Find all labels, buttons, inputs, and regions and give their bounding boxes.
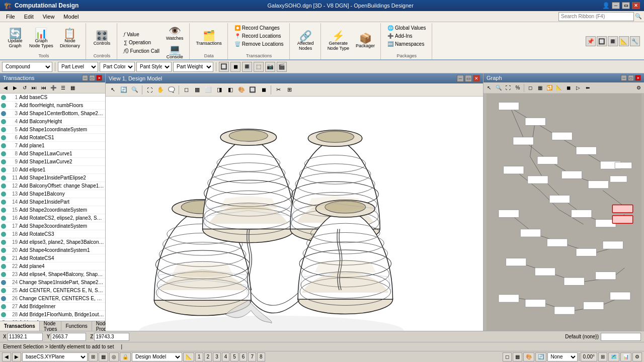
transaction-item[interactable]: 10 Add elipse1 <box>0 166 105 174</box>
pt-btn-menu[interactable]: ☰ <box>58 83 67 93</box>
x-input[interactable] <box>8 333 43 341</box>
vp-wire-btn[interactable]: 🔲 <box>248 85 258 95</box>
vp-min-btn[interactable]: ─ <box>457 75 464 82</box>
gt-cursor[interactable]: ↖ <box>485 83 494 93</box>
minimize-button[interactable]: ─ <box>612 2 620 9</box>
z-input[interactable] <box>94 333 129 341</box>
restore-button[interactable]: ▭ <box>622 2 630 9</box>
bt-prev[interactable]: ◀ <box>2 352 11 361</box>
bt-extra1[interactable]: ⊞ <box>598 352 607 361</box>
bt-sync[interactable]: 🔄 <box>535 352 546 361</box>
gt-btn4[interactable]: 📐 <box>554 83 564 93</box>
graph-min-btn[interactable]: ─ <box>621 75 627 81</box>
bt-views6[interactable]: 6 <box>239 352 248 361</box>
vp-clip-btn[interactable]: ✂ <box>273 85 283 95</box>
vp-left-btn[interactable]: ◨ <box>214 85 224 95</box>
pt-btn-back[interactable]: ◀ <box>1 83 10 93</box>
transaction-item[interactable]: 14 Add Shape1InsidePart <box>0 198 105 206</box>
ribbon-search[interactable] <box>558 12 634 21</box>
tb-btn4[interactable]: ⬚ <box>254 62 264 72</box>
namespaces-button[interactable]: 🔤 Namespaces <box>385 40 429 48</box>
vp-render-btn[interactable]: 🎨 <box>236 85 247 95</box>
mode-select[interactable]: Compound <box>2 62 52 72</box>
node-dict-button[interactable]: 📋 NodeDictionary <box>57 27 83 50</box>
vp-right-btn[interactable]: ◧ <box>225 85 235 95</box>
gt-btn5[interactable]: ◼ <box>564 83 573 93</box>
part-color-select[interactable]: Part Color <box>100 62 135 72</box>
vp-pan-btn[interactable]: ✋ <box>155 85 166 95</box>
mode-bottom-select[interactable]: Design Model <box>132 352 182 361</box>
transaction-item[interactable]: 8 Add Shape1LawCurve1 <box>0 150 105 158</box>
vp-zoom-btn[interactable]: 🔍 <box>130 85 140 95</box>
affected-nodes-button[interactable]: 🔗 AffectedNodes <box>295 29 316 52</box>
bt-snap[interactable]: ◎ <box>109 352 119 361</box>
gt-fit[interactable]: ⛶ <box>504 83 513 93</box>
part-level-select[interactable]: Part Level <box>58 62 98 72</box>
pt-btn-add[interactable]: ➕ <box>49 83 58 93</box>
tab-node-types[interactable]: Node Types <box>40 321 62 331</box>
transaction-item[interactable]: 24 Change Shape1InsidePart, Shape2Inside <box>0 279 105 287</box>
bt-extra2[interactable]: 🗺️ <box>608 352 619 361</box>
bt-cs-icon[interactable]: ⊞ <box>89 352 98 361</box>
transaction-item[interactable]: 25 Add CENTER, CENTERCS E, N, S, W <box>0 287 105 295</box>
gt-btn6[interactable]: ▷ <box>574 83 583 93</box>
menu-file[interactable]: File <box>2 13 19 21</box>
transaction-item[interactable]: 17 Add Shape3coordinateSystem <box>0 222 105 230</box>
none-select[interactable]: None <box>547 352 578 361</box>
vp-front-btn[interactable]: ▦ <box>192 85 202 95</box>
y-input[interactable] <box>51 333 86 341</box>
remove-locations-button[interactable]: 🗑️ Remove Locations <box>232 40 286 48</box>
tab-transactions[interactable]: Transactions <box>0 321 40 331</box>
ribbon-icon-btn2[interactable]: 🔳 <box>608 36 618 46</box>
bt-views4[interactable]: 4 <box>222 352 230 361</box>
vp-cursor-btn[interactable]: ↖ <box>108 85 118 95</box>
bt-grid[interactable]: ▦ <box>99 352 108 361</box>
ribbon-pin-button[interactable]: 📌 <box>586 36 596 46</box>
transaction-item[interactable]: 4 Add BalconyHeight <box>0 118 105 126</box>
bt-render3[interactable]: 🎨 <box>523 352 534 361</box>
gt-btn2[interactable]: ▦ <box>535 83 544 93</box>
pt-btn-forward[interactable]: ▶ <box>11 83 20 93</box>
function-button[interactable]: 𝑓() Function Call <box>121 47 162 55</box>
gt-zoom-pct[interactable]: % <box>513 83 522 93</box>
vp-fit-btn[interactable]: ⛶ <box>144 85 154 95</box>
gt-zoom-in[interactable]: 🔍 <box>494 83 503 93</box>
generate-button[interactable]: ⚡ GenerateNode Type <box>325 29 352 52</box>
addins-button[interactable]: ➕ Add-Ins <box>385 32 429 40</box>
transaction-item[interactable]: 19 Add elipse3, plane2, Shape3Balcony, S… <box>0 238 105 246</box>
transaction-item[interactable]: 5 Add Shape1coordinateSystem <box>0 126 105 134</box>
pant-style-select[interactable]: Pant Style <box>136 62 172 72</box>
operation-button[interactable]: ∑ Operation <box>121 39 162 46</box>
global-values-button[interactable]: 🌐 Global Values <box>385 24 429 32</box>
close-button[interactable]: ✕ <box>632 2 640 9</box>
gt-btn7[interactable]: ⬅ <box>583 83 592 93</box>
transaction-item[interactable]: 11 Add Shape1InsidePartElipse2 <box>0 174 105 182</box>
vp-section-btn[interactable]: ⊞ <box>284 85 294 95</box>
vp-iso-btn[interactable]: ◻ <box>181 85 191 95</box>
transaction-item[interactable]: 13 Add Shape1Balcony <box>0 190 105 198</box>
vp-top-btn[interactable]: ⬜ <box>203 85 213 95</box>
bt-extra4[interactable]: ⚙ <box>632 352 642 361</box>
menu-view[interactable]: View <box>39 13 59 21</box>
graph-close-btn[interactable]: ✕ <box>635 75 641 81</box>
gt-btn1[interactable]: ◻ <box>526 83 535 93</box>
pt-btn-stop[interactable]: ⏭ <box>30 83 39 93</box>
bt-views2[interactable]: 2 <box>204 352 212 361</box>
transactions-button[interactable]: 🗂️ Transactions <box>194 29 224 47</box>
bt-views5[interactable]: 5 <box>230 352 238 361</box>
vp-close-btn[interactable]: ✕ <box>473 75 480 82</box>
packager-button[interactable]: 📦 Packager <box>353 32 377 50</box>
transaction-item[interactable]: 6 Add RotateCS1 <box>0 134 105 142</box>
bt-lock[interactable]: 🔒 <box>120 352 131 361</box>
pt-btn-revert[interactable]: ⏮ <box>39 83 48 93</box>
panel-min-btn[interactable]: ─ <box>82 75 88 81</box>
vp-view3d-btn[interactable]: 🗨️ <box>167 85 177 95</box>
ribbon-icon-btn3[interactable]: 📐 <box>619 36 629 46</box>
bt-angle[interactable]: 0.00° <box>581 352 597 361</box>
transaction-item[interactable]: 12 Add BalconyOffset: change Shape1Insid… <box>0 182 105 190</box>
gt-btn3[interactable]: 🔁 <box>545 83 554 93</box>
transaction-item[interactable]: 1 Add baseCS <box>0 94 105 102</box>
tb-btn1[interactable]: 🔲 <box>219 62 229 72</box>
bt-views8[interactable]: 8 <box>257 352 265 361</box>
cs-select[interactable]: baseCS.XYPlane <box>22 352 88 361</box>
